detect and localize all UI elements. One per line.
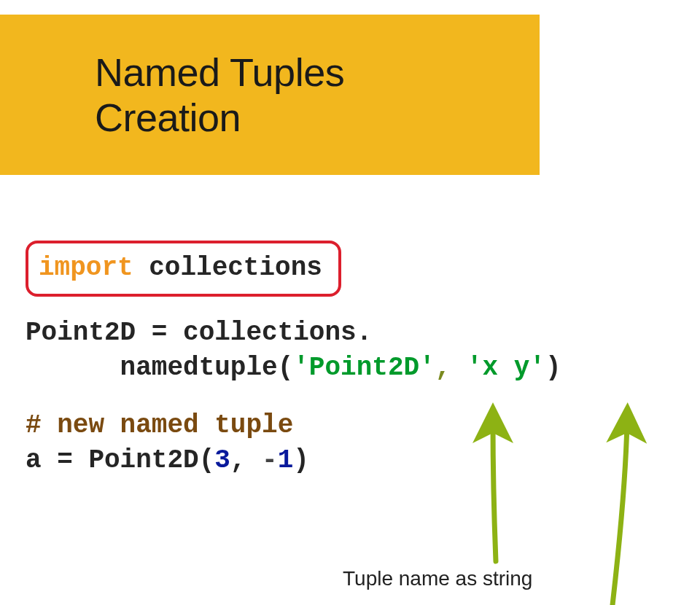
string-xy: 'x y' [467, 353, 545, 383]
title-line-2: Creation [95, 95, 241, 139]
slide-title: Named Tuples Creation [95, 50, 540, 140]
title-line-1: Named Tuples [95, 50, 344, 94]
module-name: collections [133, 253, 322, 283]
number-3: 3 [214, 445, 230, 475]
import-highlight-box: import collections [26, 241, 341, 297]
code-line-comment: # new named tuple [26, 408, 682, 444]
number-1: 1 [278, 445, 294, 475]
code-line-namedtuple: namedtuple('Point2D', 'x y') [26, 351, 682, 386]
blank-line [26, 386, 682, 408]
annotation-label: Tuple name as string [343, 567, 532, 590]
code-block: import collections Point2D = collections… [26, 241, 682, 479]
keyword-import: import [39, 253, 133, 283]
code-line-assign: Point2D = collections. [26, 316, 682, 351]
code-line-instantiate: a = Point2D(3, -1) [26, 443, 682, 479]
title-block: Named Tuples Creation [0, 15, 540, 175]
string-point2d: 'Point2D' [293, 353, 435, 383]
string-comma: , [435, 353, 467, 383]
